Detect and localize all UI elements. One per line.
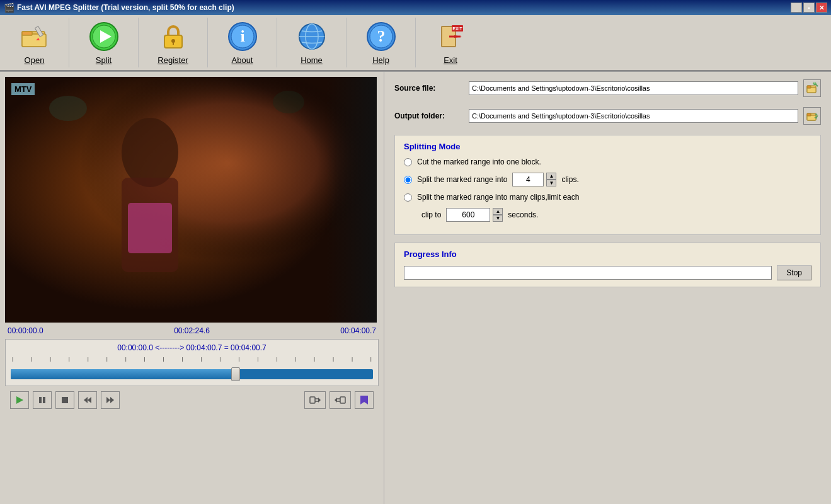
stop-label: Stop xyxy=(786,268,802,277)
seekbar-track[interactable] xyxy=(11,369,373,379)
svg-text:EXIT: EXIT xyxy=(452,26,462,31)
svg-rect-42 xyxy=(310,397,315,403)
source-file-row: Source file: xyxy=(394,79,821,97)
clips-up-button[interactable]: ▲ xyxy=(546,173,556,180)
close-button[interactable]: ✕ xyxy=(816,3,827,13)
open-button[interactable]: Open xyxy=(0,18,69,67)
split-button[interactable]: Split xyxy=(69,18,139,67)
help-icon: ? xyxy=(365,20,398,53)
source-file-input[interactable] xyxy=(469,81,798,95)
many-radio[interactable] xyxy=(404,193,412,202)
split-radio[interactable] xyxy=(404,176,412,184)
exit-button[interactable]: EXIT Exit xyxy=(416,18,485,67)
svg-marker-38 xyxy=(84,397,88,403)
svg-marker-50 xyxy=(360,396,368,404)
svg-rect-37 xyxy=(62,397,68,403)
mark-out-button[interactable] xyxy=(330,391,351,409)
seconds-spinner: ▲ ▼ xyxy=(493,208,503,222)
window-title: Fast AVI MPEG Splitter (Trial version, s… xyxy=(17,3,234,12)
progress-bar-input xyxy=(404,266,772,280)
register-button[interactable]: Register xyxy=(139,18,208,67)
time-start: 00:00:00.0 xyxy=(8,326,43,335)
open-label: Open xyxy=(25,55,45,65)
clips-spinner: ▲ ▼ xyxy=(546,173,556,186)
help-label: Help xyxy=(372,55,389,65)
output-folder-label: Output folder: xyxy=(394,112,464,120)
svg-marker-34 xyxy=(16,396,23,404)
lock-icon xyxy=(157,20,190,53)
seekbar-thumb[interactable] xyxy=(231,367,240,381)
clips-input[interactable] xyxy=(512,173,544,186)
titlebar-title: 🎬 Fast AVI MPEG Splitter (Trial version,… xyxy=(4,3,234,13)
splitting-mode-panel: Splitting Mode Cut the marked range into… xyxy=(394,135,821,235)
about-button[interactable]: i About xyxy=(208,18,277,67)
time-mid: 00:02:24.6 xyxy=(174,326,210,335)
svg-marker-39 xyxy=(88,397,91,403)
cut-option-row: Cut the marked range into one block. xyxy=(404,158,811,166)
svg-rect-33 xyxy=(128,203,172,253)
left-panel: MTV 00:00:00.0 00:02:24.6 00:04:00.7 00:… xyxy=(0,72,384,504)
progress-info-panel: Progress Info Stop xyxy=(394,243,821,287)
output-folder-input[interactable] xyxy=(469,109,798,123)
time-end: 00:04:00.7 xyxy=(340,326,376,335)
play-button[interactable] xyxy=(10,391,29,409)
rewind-button[interactable] xyxy=(78,391,97,409)
about-label: About xyxy=(232,55,253,65)
seconds-row: clip to ▲ ▼ seconds. xyxy=(404,208,811,222)
split-label[interactable]: Split the marked range into xyxy=(417,175,507,184)
register-label: Register xyxy=(158,55,188,65)
progress-info-title: Progress Info xyxy=(404,249,811,259)
svg-marker-41 xyxy=(110,397,114,403)
info-icon: i xyxy=(226,20,259,53)
seconds-up-button[interactable]: ▲ xyxy=(493,208,503,215)
svg-point-31 xyxy=(273,91,304,113)
splitting-mode-title: Splitting Mode xyxy=(404,142,811,151)
svg-marker-40 xyxy=(106,397,110,403)
split-label: Split xyxy=(96,55,112,65)
home-label: Home xyxy=(301,55,323,65)
bookmark-button[interactable] xyxy=(355,391,374,409)
help-button[interactable]: ? Help xyxy=(347,18,416,67)
seconds-suffix: seconds. xyxy=(508,210,538,219)
pause-button[interactable] xyxy=(33,391,52,409)
home-button[interactable]: Home xyxy=(277,18,347,67)
cut-radio[interactable] xyxy=(404,158,412,166)
source-browse-button[interactable] xyxy=(803,79,821,97)
minimize-button[interactable]: _ xyxy=(791,3,802,13)
svg-marker-45 xyxy=(318,398,321,403)
stop-ctrl-button[interactable] xyxy=(55,391,74,409)
exit-icon: EXIT xyxy=(434,20,467,53)
mtv-logo: MTV xyxy=(11,83,35,95)
time-display: 00:00:00.0 00:02:24.6 00:04:00.7 xyxy=(5,325,379,336)
output-browse-button[interactable] xyxy=(803,107,821,125)
forward-button[interactable] xyxy=(101,391,120,409)
stop-button[interactable]: Stop xyxy=(777,265,811,280)
svg-rect-58 xyxy=(807,113,811,116)
svg-rect-53 xyxy=(807,86,811,88)
seekbar-container[interactable] xyxy=(11,367,373,382)
folder-open-icon xyxy=(18,20,51,53)
svg-point-28 xyxy=(122,118,178,187)
svg-rect-46 xyxy=(340,397,345,403)
output-folder-row: Output folder: xyxy=(394,107,821,125)
cut-label[interactable]: Cut the marked range into one block. xyxy=(417,158,541,166)
source-file-label: Source file: xyxy=(394,84,464,93)
svg-rect-1 xyxy=(22,34,46,47)
toolbar: Open Split Register xyxy=(0,15,831,71)
clips-down-button[interactable]: ▼ xyxy=(546,180,556,186)
right-panel: Source file: Output folder: xyxy=(384,72,831,504)
play-icon xyxy=(88,20,120,53)
tick-marks: |||||||||||||||||||| xyxy=(11,356,373,362)
seconds-input[interactable] xyxy=(446,208,490,222)
maximize-button[interactable]: ▪ xyxy=(803,3,815,13)
svg-rect-10 xyxy=(173,41,174,45)
video-content xyxy=(5,77,377,323)
titlebar-controls: _ ▪ ✕ xyxy=(791,3,827,13)
svg-rect-2 xyxy=(22,32,32,35)
mark-in-button[interactable] xyxy=(304,391,326,409)
svg-marker-49 xyxy=(335,398,337,403)
seconds-down-button[interactable]: ▼ xyxy=(493,215,503,222)
split-option-row: Split the marked range into ▲ ▼ clips. xyxy=(404,173,811,186)
many-option-row: Split the marked range into many clips,l… xyxy=(404,193,811,202)
many-label[interactable]: Split the marked range into many clips,l… xyxy=(417,193,579,202)
